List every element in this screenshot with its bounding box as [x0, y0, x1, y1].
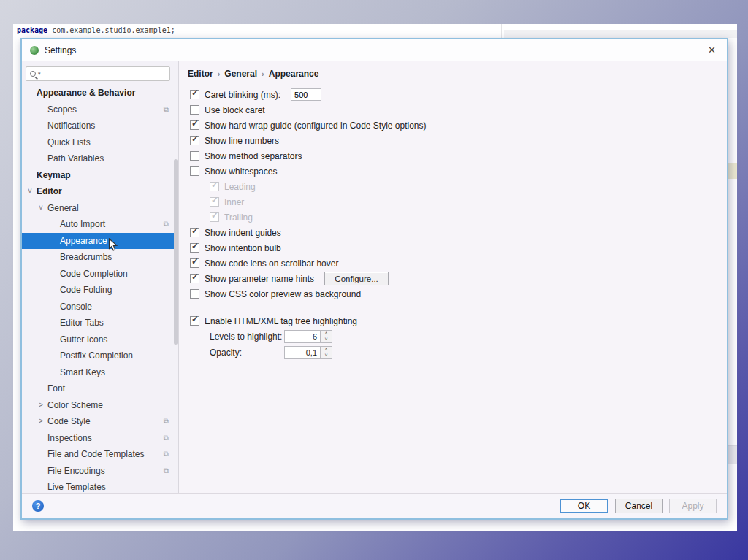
- sidebar-item-file-and-code-templates[interactable]: File and Code Templates⧉: [22, 446, 178, 463]
- option-label: Show parameter name hints: [205, 274, 314, 284]
- option-label: Show intention bulb: [205, 243, 281, 253]
- dialog-content: ▾ Appearance & BehaviorScopes⧉Notificati…: [22, 61, 727, 493]
- sidebar-item-label: Scopes: [22, 101, 178, 118]
- levels-to-highlight-row: Levels to highlight: 6 ˄ ˅: [188, 329, 727, 345]
- sidebar-item-label: Color Scheme: [22, 397, 178, 414]
- option-label: Leading: [224, 182, 256, 192]
- sidebar-item-label: Live Templates: [22, 479, 178, 496]
- sidebar-item-console[interactable]: Console: [22, 299, 178, 315]
- option-row-show-parameter-name-hints: ✓Show parameter name hintsConfigure...: [188, 271, 727, 286]
- option-label: Show hard wrap guide (configured in Code…: [205, 120, 427, 131]
- checkbox[interactable]: [190, 105, 199, 115]
- sidebar-item-smart-keys[interactable]: Smart Keys: [22, 364, 178, 381]
- sidebar-item-postfix-completion[interactable]: Postfix Completion: [22, 348, 178, 364]
- checkbox[interactable]: [190, 151, 199, 161]
- sidebar-item-label: Inspections: [22, 430, 178, 447]
- option-label: Show method separators: [205, 151, 302, 161]
- search-input[interactable]: [41, 68, 169, 80]
- chevron-down-icon[interactable]: ˅: [37, 200, 45, 217]
- option-row-enable-tag-tree: ✓ Enable HTML/XML tag tree highlighting: [188, 313, 727, 329]
- search-box[interactable]: ▾: [26, 66, 170, 81]
- apply-button[interactable]: Apply: [669, 499, 717, 513]
- breadcrumb-item-appearance[interactable]: Appearance: [269, 69, 319, 79]
- spinner-down-icon[interactable]: ˅: [321, 353, 332, 358]
- option-row-use-block-caret: Use block caret: [188, 102, 727, 118]
- check-icon: ✓: [191, 134, 199, 144]
- option-label: Caret blinking (ms):: [205, 90, 280, 100]
- background-panel-divider: [501, 24, 502, 38]
- opacity-value[interactable]: 0,1: [284, 346, 321, 359]
- sidebar-item-scopes[interactable]: Scopes⧉: [22, 101, 178, 118]
- chevron-down-icon[interactable]: ˅: [26, 183, 34, 200]
- sidebar-item-gutter-icons[interactable]: Gutter Icons: [22, 331, 178, 348]
- checkbox[interactable]: ✓: [190, 274, 199, 283]
- ok-button[interactable]: OK: [560, 499, 608, 513]
- spinner-down-icon[interactable]: ˅: [321, 337, 332, 342]
- check-icon: ✓: [191, 88, 199, 98]
- sidebar-scrollbar[interactable]: [174, 159, 178, 345]
- checkbox[interactable]: [190, 166, 199, 176]
- sidebar-item-notifications[interactable]: Notifications: [22, 118, 178, 134]
- sidebar-item-live-templates[interactable]: Live Templates: [22, 479, 178, 496]
- sidebar-item-label: Appearance & Behavior: [22, 85, 178, 101]
- option-row-show-whitespaces: Show whitespaces: [188, 164, 727, 179]
- opacity-spinner[interactable]: 0,1 ˄ ˅: [284, 346, 332, 359]
- breadcrumb-item-editor[interactable]: Editor: [188, 69, 213, 79]
- check-icon: ✓: [191, 272, 199, 282]
- checkbox[interactable]: ✓: [190, 120, 199, 130]
- option-row-show-css-color-preview-as-background: Show CSS color preview as background: [188, 286, 727, 302]
- option-label: Show CSS color preview as background: [205, 289, 361, 299]
- sidebar-item-path-variables[interactable]: Path Variables: [22, 150, 178, 167]
- sidebar-item-appearance[interactable]: Appearance: [22, 233, 178, 250]
- options-list: ✓Caret blinking (ms):Use block caret✓Sho…: [188, 87, 727, 302]
- background-editor-band: [504, 30, 737, 38]
- spinner-up-icon[interactable]: ˄: [321, 347, 332, 353]
- checkbox: ✓: [210, 212, 219, 222]
- checkbox[interactable]: ✓: [190, 316, 199, 326]
- caret-blinking-ms-input[interactable]: [291, 88, 321, 101]
- sidebar-item-breadcrumbs[interactable]: Breadcrumbs: [22, 249, 178, 266]
- dialog-title: Settings: [45, 45, 76, 55]
- sidebar-item-editor[interactable]: ˅Editor: [22, 183, 178, 200]
- option-row-inner: ✓Inner: [188, 194, 727, 210]
- sidebar-item-label: Editor: [22, 183, 178, 200]
- configure-button[interactable]: Configure...: [324, 272, 389, 285]
- sidebar-item-code-folding[interactable]: Code Folding: [22, 282, 178, 299]
- sidebar-item-editor-tabs[interactable]: Editor Tabs: [22, 315, 178, 331]
- sidebar-item-file-encodings[interactable]: File Encodings⧉: [22, 463, 178, 480]
- checkbox[interactable]: ✓: [190, 90, 199, 99]
- levels-value[interactable]: 6: [284, 330, 321, 343]
- checkbox[interactable]: ✓: [190, 136, 199, 145]
- close-icon[interactable]: ✕: [705, 45, 719, 55]
- sidebar-item-code-completion[interactable]: Code Completion: [22, 266, 178, 283]
- checkbox[interactable]: ✓: [190, 243, 199, 253]
- breadcrumb: Editor›General›Appearance: [188, 69, 727, 80]
- checkbox[interactable]: ✓: [190, 258, 199, 268]
- chevron-right-icon[interactable]: ˃: [37, 413, 45, 430]
- breadcrumb-item-general[interactable]: General: [224, 69, 257, 79]
- shared-settings-icon: ⧉: [164, 413, 169, 430]
- sidebar-item-label: Postfix Completion: [22, 348, 178, 364]
- help-icon[interactable]: ?: [32, 500, 44, 512]
- sidebar-item-code-style[interactable]: ˃Code Style⧉: [22, 413, 178, 430]
- sidebar-item-font[interactable]: Font: [22, 380, 178, 397]
- cancel-button[interactable]: Cancel: [615, 499, 663, 513]
- option-label: Enable HTML/XML tag tree highlighting: [205, 316, 357, 326]
- sidebar-item-keymap[interactable]: Keymap: [22, 167, 178, 184]
- dialog-footer: ? OK Cancel Apply: [22, 493, 727, 518]
- sidebar-item-color-scheme[interactable]: ˃Color Scheme: [22, 397, 178, 414]
- levels-spinner[interactable]: 6 ˄ ˅: [284, 330, 332, 343]
- checkbox[interactable]: ✓: [190, 228, 199, 237]
- sidebar-item-auto-import[interactable]: Auto Import⧉: [22, 216, 178, 233]
- background-scroll-marker: [728, 163, 737, 179]
- checkbox[interactable]: [190, 289, 199, 299]
- spinner-up-icon[interactable]: ˄: [321, 331, 332, 337]
- sidebar-item-general[interactable]: ˅General: [22, 200, 178, 217]
- sidebar-item-inspections[interactable]: Inspections⧉: [22, 430, 178, 447]
- sidebar-item-quick-lists[interactable]: Quick Lists: [22, 134, 178, 151]
- sidebar-item-appearance-behavior[interactable]: Appearance & Behavior: [22, 85, 178, 101]
- chevron-right-icon[interactable]: ˃: [37, 397, 45, 414]
- sidebar-item-label: File and Code Templates: [22, 446, 178, 463]
- editor-gutter-divider: [15, 24, 15, 38]
- check-icon: ✓: [191, 256, 199, 266]
